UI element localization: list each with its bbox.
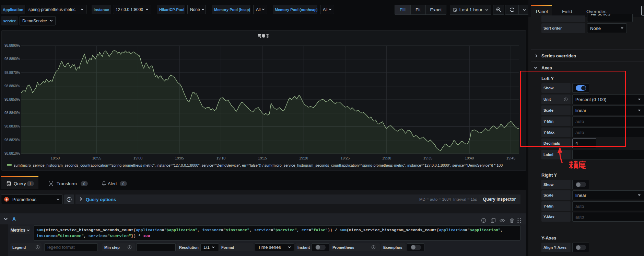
- svg-text:?: ?: [483, 219, 484, 222]
- svg-text:?: ?: [68, 197, 70, 201]
